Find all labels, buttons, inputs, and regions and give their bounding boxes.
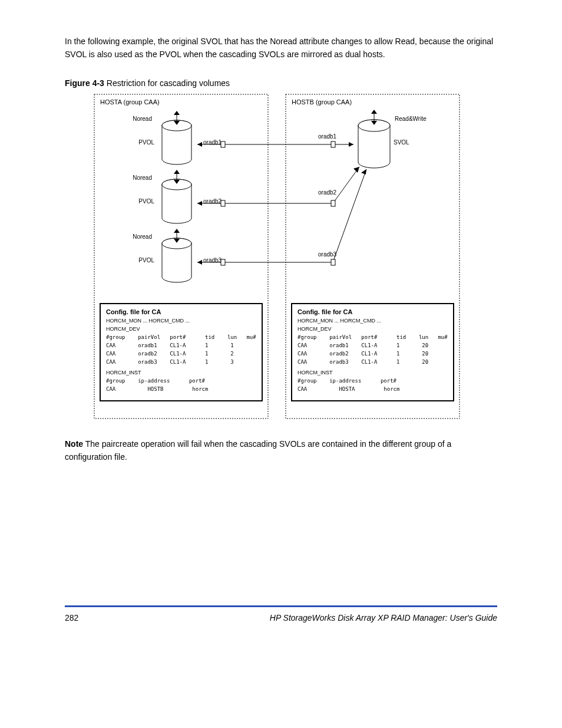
svg-text:CAA       oradb1    CL1-A     : CAA oradb1 CL1-A 1 20 xyxy=(297,342,428,348)
noread-1: Noread xyxy=(133,116,152,122)
svg-line-14 xyxy=(333,167,359,203)
svg-text:#group    ip-address      port: #group ip-address port# xyxy=(297,378,397,384)
svg-text:CAA          HOSTA         hor: CAA HOSTA horcm xyxy=(297,386,399,392)
oradb3-r: oradb3 xyxy=(318,251,337,258)
cylinder-left-3 xyxy=(162,229,191,282)
note-paragraph: Note The paircreate operation will fail … xyxy=(65,438,497,463)
oradb2-r: oradb2 xyxy=(318,189,337,196)
pvol-l1: PVOL xyxy=(138,139,154,146)
svg-text:CAA       oradb3    CL1-A     : CAA oradb3 CL1-A 1 3 xyxy=(106,359,234,365)
figure-title: Restriction for cascading volumes xyxy=(107,78,230,88)
page-content: In the following example, the original S… xyxy=(65,35,497,472)
svg-text:CAA       oradb2    CL1-A     : CAA oradb2 CL1-A 1 2 xyxy=(106,351,234,357)
pvol-l3: PVOL xyxy=(138,257,154,263)
svg-text:#group    pairVol   port#     : #group pairVol port# tid lun mu# xyxy=(106,334,256,340)
hostB-label: HOSTB (group CAA) xyxy=(292,98,352,106)
hostA-label: HOSTA (group CAA) xyxy=(100,98,160,106)
svg-text:CAA       oradb3    CL1-A     : CAA oradb3 CL1-A 1 20 xyxy=(297,359,428,365)
svg-text:CAA       oradb1    CL1-A     : CAA oradb1 CL1-A 1 1 xyxy=(106,342,234,348)
page-footer: 282 HP StorageWorks Disk Array XP RAID M… xyxy=(65,613,497,622)
figure-caption: Figure 4-3 Restriction for cascading vol… xyxy=(65,78,497,88)
config-box-right: Config. file for CA HORCM_MON ... HORCM_… xyxy=(292,304,454,401)
guide-title: HP StorageWorks Disk Array XP RAID Manag… xyxy=(270,613,497,622)
svg-rect-20 xyxy=(331,259,335,265)
svol-r: SVOL xyxy=(394,139,409,146)
intro-paragraph: In the following example, the original S… xyxy=(65,35,497,61)
cascading-volumes-diagram: HOSTA (group CAA) HOSTB (group CAA) Nore… xyxy=(65,91,477,421)
svg-text:Config. file for CA: Config. file for CA xyxy=(106,308,161,315)
footer-rule xyxy=(65,605,497,607)
svg-text:Config. file for CA: Config. file for CA xyxy=(297,308,353,315)
note-label: Note xyxy=(65,439,83,449)
svg-line-18 xyxy=(333,169,366,262)
svg-rect-12 xyxy=(331,141,335,147)
svg-rect-11 xyxy=(221,141,225,147)
svg-text:HORCM_DEV: HORCM_DEV xyxy=(297,326,332,332)
svg-text:CAA       oradb2    CL1-A     : CAA oradb2 CL1-A 1 20 xyxy=(297,351,428,357)
svg-rect-19 xyxy=(221,259,225,265)
cylinder-left-2 xyxy=(162,170,191,223)
cylinder-left-1 xyxy=(162,111,191,164)
noread-2: Noread xyxy=(133,174,152,181)
svg-text:HORCM_MON ... HORCM_CMD ...: HORCM_MON ... HORCM_CMD ... xyxy=(297,318,381,324)
figure-number: Figure 4-3 xyxy=(65,78,104,88)
svg-rect-16 xyxy=(331,200,335,206)
page-number: 282 xyxy=(65,613,78,622)
readwrite-r: Read&Write xyxy=(395,116,427,122)
pvol-l2: PVOL xyxy=(138,198,154,205)
noread-left xyxy=(131,98,133,106)
svg-text:HORCM_INST: HORCM_INST xyxy=(297,370,333,375)
noread-3: Noread xyxy=(133,233,152,240)
cylinder-right xyxy=(358,110,390,168)
config-box-left: Config. file for CA HORCM_MON ... HORCM_… xyxy=(100,304,262,401)
svg-text:CAA          HOSTB         hor: CAA HOSTB horcm xyxy=(106,386,208,392)
svg-rect-15 xyxy=(221,200,225,206)
svg-text:#group    ip-address      port: #group ip-address port# xyxy=(106,378,206,384)
svg-text:HORCM_INST: HORCM_INST xyxy=(106,370,141,375)
svg-text:HORCM_MON ... HORCM_CMD ...: HORCM_MON ... HORCM_CMD ... xyxy=(106,318,190,324)
oradb1-r: oradb1 xyxy=(318,133,337,140)
svg-text:HORCM_DEV: HORCM_DEV xyxy=(106,326,140,332)
svg-text:#group    pairVol   port#     : #group pairVol port# tid lun mu# xyxy=(297,334,448,340)
note-body: The paircreate operation will fail when … xyxy=(65,439,451,462)
